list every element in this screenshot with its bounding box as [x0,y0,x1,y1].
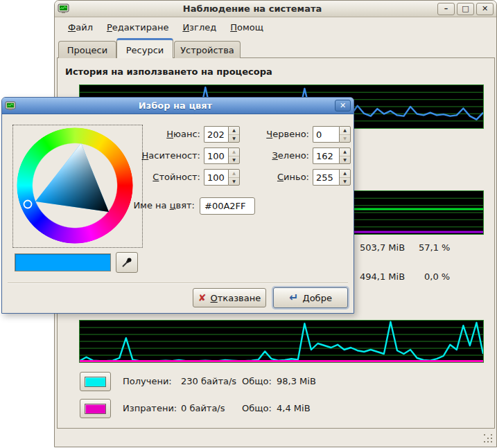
statusbar [55,429,496,446]
blue-spin-up[interactable]: ▲ [340,170,350,178]
green-spin-up[interactable]: ▲ [340,148,350,156]
saturation-label: Наситеност: [141,150,200,161]
received-total: 98,3 MiB [277,376,316,386]
value-spin-down[interactable]: ▼ [229,178,239,186]
sent-total: 4,4 MiB [277,403,311,413]
value-input[interactable] [204,169,228,186]
cancel-button[interactable]: ✘ Отказване [193,288,266,307]
tab-devices[interactable]: Устройства [174,41,241,58]
memory-used-percent: 57,1 % [419,242,450,253]
resize-grip[interactable] [484,434,493,443]
value-spinbox[interactable]: ▲▼ [204,169,240,186]
tab-resources[interactable]: Ресурси [116,38,173,58]
hue-spin-up[interactable]: ▲ [229,127,239,135]
saturation-spinbox[interactable]: ▲▼ [204,147,240,164]
cancel-icon: ✘ [198,293,207,303]
system-monitor-icon [58,3,69,14]
blue-spinbox[interactable]: ▲▼ [313,169,351,186]
green-label: Зелено: [252,150,309,161]
color-name-label: Име на цвят: [113,200,195,210]
red-spin-down[interactable]: ▼ [340,135,350,143]
cpu-history-heading: История на използването на процесора [65,66,272,77]
cancel-label: Отказване [211,293,261,303]
tabbar: Процеси Ресурси Устройства [55,38,496,58]
red-spinbox[interactable]: ▲▼ [313,126,351,143]
blue-input[interactable] [313,169,339,186]
sent-color-swatch [85,404,106,414]
minimize-button[interactable]: – [437,3,455,15]
eyedropper-button[interactable] [116,252,138,273]
menu-help[interactable]: Помощ [223,20,270,35]
received-rate: 230 байта/s [181,376,236,386]
sent-label: Изпратени: [123,403,177,413]
dialog-icon [5,101,16,111]
sent-rate: 0 байта/s [181,403,225,413]
saturation-spin-down[interactable]: ▼ [229,156,239,164]
saturation-value-triangle[interactable] [17,127,133,244]
maximize-button[interactable]: □ [457,3,474,15]
color-picker-dialog: Избор на цвят ✕ [1,97,354,314]
dialog-title: Избор на цвят [16,100,335,111]
memory-used-amount: 503,7 MiB [360,242,405,253]
red-spin-up[interactable]: ▲ [340,127,350,135]
eyedropper-icon [121,257,132,268]
dialog-separator [8,283,348,284]
screen: Наблюдение на системата – □ ✕ Файл Редак… [0,0,497,448]
window-title: Наблюдение на системата [69,3,435,14]
received-total-label: Общо: [242,376,272,386]
menubar: Файл Редактиране Изглед Помощ [55,18,496,37]
network-history-chart [79,320,484,363]
blue-spin-down[interactable]: ▼ [340,178,350,186]
main-titlebar[interactable]: Наблюдение на системата – □ ✕ [55,1,496,17]
red-label: Червено: [252,129,309,139]
received-color-swatch [85,377,106,387]
green-spinbox[interactable]: ▲▼ [313,147,351,164]
value-label: Стойност: [141,172,200,182]
color-wheel[interactable] [17,127,133,244]
hue-input[interactable] [204,126,228,143]
menu-view[interactable]: Изглед [175,20,223,35]
received-label: Получени: [123,376,172,386]
swap-used-amount: 494,1 MiB [360,271,405,282]
sent-total-label: Общо: [242,403,272,413]
hue-selector-marker [24,201,32,208]
hue-spin-down[interactable]: ▼ [229,135,239,143]
value-spin-up[interactable]: ▲ [229,170,239,178]
ok-button[interactable]: ↵ Добре [273,287,348,308]
close-button[interactable]: ✕ [476,3,494,15]
blue-label: Синьо: [252,172,309,182]
ok-label: Добре [302,293,331,303]
saturation-input[interactable] [204,147,228,164]
selected-color-preview [15,253,111,271]
hue-spinbox[interactable]: ▲▼ [204,126,240,143]
menu-edit[interactable]: Редактиране [100,20,175,35]
ok-icon: ↵ [289,292,298,303]
tab-processes[interactable]: Процеси [58,41,116,58]
green-input[interactable] [313,147,339,164]
saturation-spin-up[interactable]: ▲ [229,148,239,156]
dialog-titlebar[interactable]: Избор на цвят ✕ [2,98,354,114]
swap-used-percent: 0,0 % [424,271,450,282]
red-input[interactable] [313,126,339,143]
hue-label: Нюанс: [141,129,200,139]
dialog-close-button[interactable]: ✕ [335,100,351,111]
sent-color-button[interactable] [80,399,111,418]
received-color-button[interactable] [80,372,111,391]
green-spin-down[interactable]: ▼ [340,156,350,164]
color-name-input[interactable] [200,197,255,215]
menu-file[interactable]: Файл [61,20,100,35]
